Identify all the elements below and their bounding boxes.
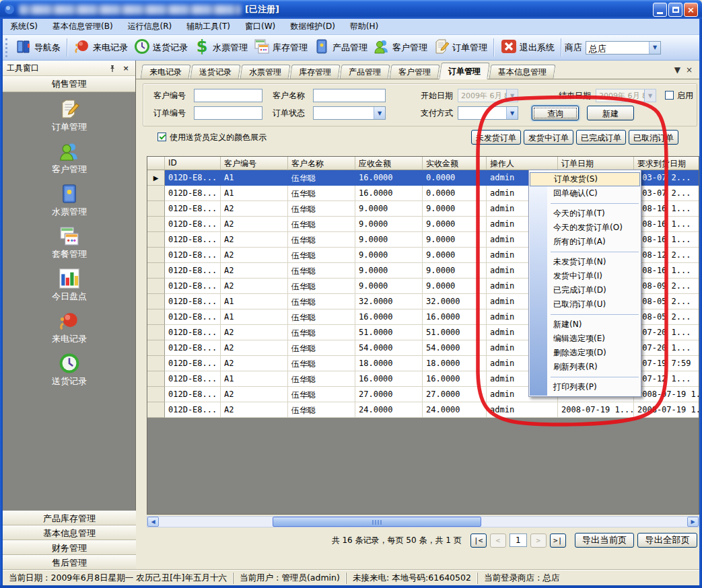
menu-runtime-info[interactable]: 运行信息(R) [120,18,180,35]
context-menu-delete-selected[interactable]: 删除选定项(D) [529,346,641,360]
table-row[interactable]: 012D-E8...A2伍华聪24.000024.0000admin2008-0… [147,402,699,418]
column-header[interactable]: ID [165,157,221,170]
menu-system[interactable]: 系统(S) [3,18,45,35]
first-page-button[interactable]: |< [470,534,487,548]
pin-icon[interactable] [107,63,118,73]
row-selector-cell[interactable] [147,186,165,201]
unshipped-orders-button[interactable]: 未发货订单 [471,130,521,145]
sidebar-item-packages[interactable]: 套餐管理 [3,223,136,265]
toolbar-exit-system-button[interactable]: 退出系统 [497,36,557,59]
start-date-picker[interactable]: 2009年 6月 8日 ▼ [458,89,518,102]
toolbar-orders-button[interactable]: 订单管理 [430,36,490,59]
tab-basic-info[interactable]: 基本信息管理 [489,65,556,79]
column-header[interactable]: 应收金额 [355,157,423,170]
enable-checkbox[interactable] [665,91,674,100]
row-selector-cell[interactable] [147,263,165,279]
close-button[interactable]: × [684,3,698,17]
sidebar-item-delivery-records[interactable]: 送货记录 [3,351,136,392]
scroll-right-icon[interactable]: ▶ [687,517,699,527]
cancelled-orders-button[interactable]: 已取消订单 [629,130,678,145]
toolbar-nav-bar-button[interactable]: 导航条 [12,36,63,59]
row-selector-cell[interactable] [147,387,165,402]
column-header[interactable]: 要求到货日期 [634,157,699,170]
new-button[interactable]: 新建 [587,106,634,120]
toolbar-water-tickets-button[interactable]: $水票管理 [190,36,250,59]
end-date-picker[interactable]: 2009年 6月 8日 ▼ [596,89,656,102]
prev-page-button[interactable]: < [490,534,506,548]
context-menu-new[interactable]: 新建(N) [529,318,641,332]
context-menu-print-list[interactable]: 打印列表(P) [529,380,641,394]
context-menu-ship-order[interactable]: 订单发货(S) [530,172,640,186]
scrollbar-thumb[interactable] [273,517,481,527]
row-selector-cell[interactable] [147,201,165,217]
toolbar-customers-button[interactable]: 客户管理 [370,36,430,59]
row-selector-cell[interactable] [147,279,165,294]
tab-incoming-calls[interactable]: 来电记录 [141,65,191,79]
sidebar-item-orders[interactable]: 订单管理 [3,96,136,138]
row-selector-cell[interactable] [147,232,165,248]
toolbar-delivery-records-button[interactable]: 送货记录 [131,36,190,59]
row-selector-cell[interactable] [147,294,165,309]
row-selector-cell[interactable] [147,325,165,340]
context-menu-edit-selected[interactable]: 编辑选定项(E) [529,332,641,346]
context-menu-all-orders[interactable]: 所有的订单(A) [529,235,641,249]
context-menu-confirm-receipt[interactable]: 回单确认(C) [529,186,641,200]
sidebar-item-water-tickets[interactable]: 水票管理 [3,181,136,223]
menu-help[interactable]: 帮助(H) [343,18,386,35]
toolbar-grip[interactable] [5,38,9,57]
column-header[interactable]: 操作人 [487,157,558,170]
tab-products[interactable]: 产品管理 [340,65,390,79]
context-menu-unshipped-orders[interactable]: 未发货订单(N) [529,255,641,269]
order-status-select[interactable]: ▼ [313,106,386,120]
sidebar-section-after-sales[interactable]: 售后管理 [3,555,136,570]
tab-inventory[interactable]: 库存管理 [290,65,341,79]
toolbar-inventory-button[interactable]: 库存管理 [250,36,310,59]
column-header[interactable]: 客户名称 [288,157,355,170]
tab-delivery-records[interactable]: 送货记录 [190,65,241,79]
sidebar-item-incoming-calls[interactable]: 来电记录 [3,308,136,350]
row-selector-cell[interactable] [147,217,165,232]
context-menu-today-shipped-orders[interactable]: 今天的发货订单(O) [529,221,641,235]
page-number-input[interactable] [510,534,527,547]
sidebar-section-basic-info[interactable]: 基本信息管理 [3,525,136,540]
order-no-input[interactable] [194,106,262,120]
query-button[interactable]: 查询 [532,106,579,120]
tab-customers[interactable]: 客户管理 [390,65,440,79]
tab-water-tickets[interactable]: 水票管理 [240,65,291,79]
column-header[interactable]: 客户编号 [221,157,288,170]
sidebar-item-customers[interactable]: 客户管理 [3,139,136,180]
column-header[interactable]: 订单日期 [558,157,634,170]
menu-data-maintenance[interactable]: 数据维护(D) [283,18,343,35]
tab-orders[interactable]: 订单管理 [439,63,490,79]
shop-select[interactable]: 总店▼ [586,41,661,54]
close-panel-icon[interactable]: × [120,63,131,73]
customer-name-input[interactable] [313,89,386,102]
completed-orders-button[interactable]: 已完成订单 [576,130,626,145]
next-page-button[interactable]: > [530,534,547,548]
row-selector-cell[interactable] [147,248,165,263]
sidebar-section-sales[interactable]: 销售管理 [3,76,135,92]
row-selector-cell[interactable] [147,371,165,387]
sidebar-section-product-inventory[interactable]: 产品库存管理 [3,511,136,525]
context-menu-completed-orders[interactable]: 已完成订单(D) [529,283,641,297]
context-menu-shipping-orders[interactable]: 发货中订单(I) [529,269,641,283]
row-selector-cell[interactable] [147,309,165,325]
delivery-color-checkbox[interactable] [157,133,166,141]
pay-method-select[interactable]: ▼ [458,106,518,120]
toolbar-products-button[interactable]: 产品管理 [310,36,370,59]
toolbar-incoming-calls-button[interactable]: 来电记录 [71,36,131,59]
menu-window[interactable]: 窗口(W) [238,18,283,35]
sidebar-section-finance[interactable]: 财务管理 [3,540,136,555]
export-all-pages-button[interactable]: 导出全部页 [637,533,697,548]
menu-basic-info[interactable]: 基本信息管理(B) [45,18,120,35]
minimize-button[interactable] [653,3,667,17]
menu-tools[interactable]: 辅助工具(T) [179,18,238,35]
row-selector-cell[interactable] [147,340,165,356]
context-menu-cancelled-orders[interactable]: 已取消订单(U) [529,297,641,311]
export-current-page-button[interactable]: 导出当前页 [575,533,635,548]
scroll-left-icon[interactable]: ◀ [147,517,159,527]
tab-close-icon[interactable]: × [686,65,693,75]
row-selector-cell[interactable] [147,402,165,418]
maximize-button[interactable] [668,3,682,17]
row-selector-cell[interactable] [147,356,165,371]
